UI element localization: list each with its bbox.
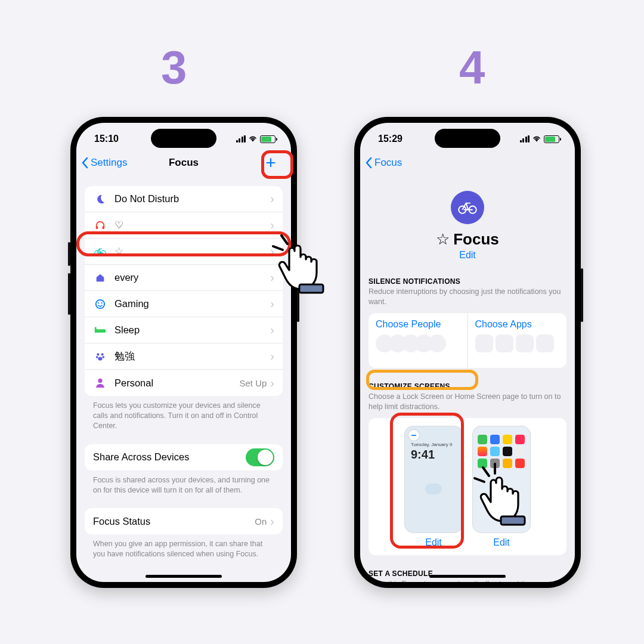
share-footer: Focus is shared across your devices, and… [85, 470, 283, 496]
chevron-icon: › [270, 376, 274, 390]
svg-point-10 [101, 353, 104, 355]
star-icon: ☆ [436, 230, 450, 249]
focus-row-bike[interactable]: ☆ › [85, 239, 283, 265]
phone-right: 15:29 Focus ☆ Focus Edit [354, 117, 581, 588]
home-indicator[interactable] [145, 575, 222, 578]
lock-clock: 9:41 [411, 448, 435, 462]
svg-rect-8 [95, 327, 97, 332]
status-time: 15:29 [378, 134, 402, 144]
chevron-icon: › [270, 349, 274, 363]
chevron-icon: › [270, 192, 274, 206]
svg-rect-1 [103, 225, 105, 228]
lock-edit-link[interactable]: Edit [405, 537, 462, 548]
choose-apps[interactable]: Choose Apps [468, 313, 567, 368]
focus-footer: Focus lets you customize your devices an… [85, 396, 283, 431]
home-apps-grid [478, 435, 525, 468]
back-label: Settings [91, 157, 127, 169]
person-icon [93, 377, 107, 388]
nav-title: Focus [169, 157, 199, 169]
lock-date: Tuesday, January 9 [411, 442, 452, 447]
svg-point-12 [103, 356, 105, 358]
step-number-4: 4 [459, 41, 485, 95]
row-label: every [114, 272, 270, 283]
silence-sub: Reduce interruptions by choosing just th… [369, 287, 566, 307]
step-number-3: 3 [161, 41, 187, 95]
paw-icon [93, 351, 107, 362]
chevron-icon: › [270, 323, 274, 337]
choose-people-label: Choose People [376, 319, 460, 330]
row-label: ☆ [114, 246, 270, 257]
svg-point-6 [101, 302, 103, 304]
bed-icon [93, 326, 107, 335]
status-row[interactable]: Focus Status On › [85, 508, 283, 534]
customize-title: CUSTOMIZE SCREENS [369, 382, 566, 391]
back-button[interactable]: Focus [365, 157, 402, 169]
focus-row-study[interactable]: 勉強 › [85, 343, 283, 370]
focus-row-sleep[interactable]: Sleep › [85, 317, 283, 343]
focus-hero: ☆ Focus Edit [369, 177, 566, 261]
focus-row-dnd[interactable]: Do Not Disturb › [85, 186, 283, 212]
chevron-icon: › [270, 244, 274, 258]
home-screen-preview[interactable]: Edit [473, 426, 530, 548]
status-value: On [255, 516, 267, 527]
people-placeholders [376, 335, 460, 352]
svg-rect-18 [299, 284, 323, 293]
lock-screen-preview[interactable]: – Tuesday, January 9 9:41 Edit [405, 426, 462, 548]
share-toggle[interactable] [246, 448, 274, 466]
status-time: 15:10 [94, 134, 119, 144]
row-label: Personal [114, 377, 239, 389]
share-label: Share Across Devices [93, 451, 246, 463]
choose-people[interactable]: Choose People [369, 313, 468, 368]
signal-icon [520, 135, 530, 143]
focus-row-heart[interactable]: ♡ › [85, 212, 283, 239]
home-edit-link[interactable]: Edit [473, 537, 530, 548]
row-label: Do Not Disturb [114, 193, 270, 205]
status-label: Focus Status [93, 516, 255, 527]
status-card: Focus Status On › [85, 508, 283, 534]
signal-icon [236, 135, 246, 143]
choose-apps-label: Choose Apps [475, 319, 560, 330]
chevron-icon: › [270, 515, 274, 528]
schedule-sub: Have this Focus turn on automatically at… [369, 579, 566, 583]
svg-point-11 [96, 356, 98, 358]
home-indicator[interactable] [429, 575, 506, 578]
house-icon [93, 273, 107, 283]
silence-card: Choose People Choose Apps [369, 313, 566, 368]
silence-title: SILENCE NOTIFICATIONS [369, 277, 566, 286]
wifi-icon [248, 135, 258, 143]
row-label: Sleep [114, 324, 270, 336]
svg-point-9 [97, 353, 99, 355]
focus-row-every[interactable]: every › [85, 265, 283, 291]
svg-point-4 [96, 299, 104, 308]
svg-rect-0 [96, 225, 98, 228]
remove-icon[interactable]: – [408, 430, 419, 441]
row-label: Gaming [114, 298, 270, 309]
row-accessory: Set Up [239, 378, 267, 388]
battery-icon [260, 135, 275, 143]
cloud-icon [425, 484, 442, 494]
focus-bubble [451, 191, 484, 224]
focus-list: Do Not Disturb › ♡ › ☆ › [85, 186, 283, 396]
svg-point-13 [98, 357, 102, 360]
moon-icon [93, 194, 107, 205]
dynamic-island [435, 129, 500, 148]
share-row[interactable]: Share Across Devices [85, 444, 283, 470]
row-label: 勉強 [114, 350, 270, 363]
focus-row-gaming[interactable]: Gaming › [85, 291, 283, 317]
edit-link[interactable]: Edit [369, 250, 566, 261]
apps-placeholders [475, 335, 560, 352]
back-button[interactable]: Settings [81, 157, 127, 169]
smile-icon [93, 299, 107, 309]
share-card: Share Across Devices [85, 444, 283, 470]
chevron-icon: › [270, 218, 274, 232]
svg-point-14 [98, 379, 102, 383]
back-label: Focus [374, 157, 402, 169]
phone-left: 15:10 Settings Focus + Do Not Dis [70, 117, 297, 588]
chevron-icon: › [270, 271, 274, 284]
headphones-icon [93, 220, 107, 231]
focus-name: ☆ Focus [369, 230, 566, 249]
nav-bar: Settings Focus + [76, 149, 291, 177]
customize-card: – Tuesday, January 9 9:41 Edit [369, 418, 566, 555]
add-button[interactable]: + [259, 151, 283, 175]
focus-row-personal[interactable]: Personal Set Up › [85, 370, 283, 396]
